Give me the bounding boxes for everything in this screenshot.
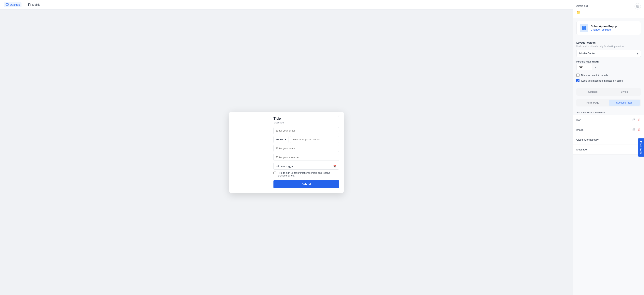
- name-input[interactable]: [274, 145, 339, 152]
- tab-success-page[interactable]: Success Page: [609, 100, 640, 106]
- phone-code-select[interactable]: TR +90 ▾: [274, 136, 288, 143]
- general-section: GENERAL 📁: [573, 0, 644, 18]
- promo-checkbox[interactable]: [274, 172, 276, 174]
- folder-icon: 📁: [576, 10, 641, 14]
- delete-icon-button[interactable]: [637, 118, 641, 122]
- delete-image-button[interactable]: [637, 128, 641, 132]
- chevron-down-icon: ▾: [285, 138, 286, 141]
- content-item-message: Message: [573, 145, 644, 155]
- content-item-image-label: Image: [576, 128, 584, 131]
- phone-row: TR +90 ▾: [274, 136, 339, 143]
- promo-checkbox-row: I like to sign up for promotional emails…: [274, 172, 339, 177]
- keep-inplace-label: Keep this message in place on scroll: [581, 79, 623, 82]
- max-width-input[interactable]: [576, 64, 592, 70]
- email-input[interactable]: [274, 127, 339, 134]
- template-info: Subscription Popup Change Template: [591, 25, 617, 31]
- popup-form: × Title Message TR +90 ▾ dd • mm • yyyy …: [269, 112, 344, 193]
- page-tabs: Form Page Success Page: [576, 99, 641, 106]
- max-width-label: Pop-up Max Width: [576, 60, 641, 63]
- svg-rect-0: [6, 3, 8, 5]
- phone-input[interactable]: [290, 136, 339, 143]
- template-card: Subscription Popup Change Template: [576, 21, 641, 35]
- settings-section: Layout Position Horizontal position is o…: [573, 38, 644, 88]
- trash-icon: [638, 128, 640, 131]
- general-edit-button[interactable]: [634, 3, 641, 9]
- layout-position-label: Layout Position: [576, 41, 641, 44]
- dismiss-checkbox-row: Dismiss on click outside: [576, 73, 641, 77]
- calendar-icon: 📅: [333, 165, 336, 168]
- content-item-icon-actions: [632, 118, 641, 122]
- nav-desktop-label: Desktop: [10, 3, 20, 6]
- surname-input[interactable]: [274, 154, 339, 161]
- template-name: Subscription Popup: [591, 25, 617, 28]
- date-placeholder: dd • mm • yyyy: [276, 165, 293, 168]
- popup-close-button[interactable]: ×: [336, 114, 341, 119]
- content-item-close-auto-label: Close automatically: [576, 138, 598, 141]
- successful-content-label: SUCCESSFUL CONTENT: [573, 110, 644, 115]
- trash-icon: [638, 118, 640, 121]
- nav-mobile[interactable]: Mobile: [26, 2, 42, 7]
- content-item-icon-label: Icon: [576, 118, 581, 121]
- top-nav: Desktop Mobile: [0, 0, 573, 9]
- content-item-icon: Icon: [573, 115, 644, 125]
- popup-message: Message: [274, 121, 339, 124]
- mobile-icon: [28, 3, 31, 6]
- nav-desktop[interactable]: Desktop: [4, 2, 22, 7]
- tab-styles[interactable]: Styles: [609, 89, 640, 95]
- edit-image-button[interactable]: [632, 128, 636, 132]
- layout-position-sublabel: Horizontal position is only for desktop …: [576, 45, 641, 48]
- popup-title: Title: [274, 117, 339, 121]
- tab-settings[interactable]: Settings: [577, 89, 609, 95]
- desktop-icon: [6, 3, 9, 6]
- right-panel: GENERAL 📁 Subscription Popup Change Temp…: [573, 0, 644, 295]
- pencil-icon: [636, 5, 639, 8]
- max-width-row: px: [576, 64, 641, 70]
- general-label: GENERAL: [576, 5, 589, 8]
- canvas-area: × Title Message TR +90 ▾ dd • mm • yyyy …: [0, 9, 573, 295]
- change-template-link[interactable]: Change Template: [591, 28, 611, 31]
- layout-position-select[interactable]: Middle Center Top Left Top Right Bottom …: [576, 50, 641, 57]
- template-doc-icon: [582, 26, 586, 30]
- keep-inplace-checkbox-row: Keep this message in place on scroll: [576, 79, 641, 82]
- content-item-message-label: Message: [576, 148, 587, 151]
- content-item-image-actions: [632, 128, 641, 132]
- keep-inplace-checkbox[interactable]: [576, 79, 580, 82]
- phone-code-label: TR +90: [276, 138, 284, 141]
- content-item-close-auto: Close automatically: [573, 135, 644, 145]
- dismiss-checkbox[interactable]: [576, 73, 580, 77]
- settings-styles-tabs: Settings Styles: [576, 88, 641, 96]
- svg-rect-1: [28, 3, 30, 6]
- general-header: GENERAL: [576, 3, 641, 9]
- edit-icon-button[interactable]: [632, 118, 636, 122]
- pencil-icon: [632, 128, 635, 131]
- feedback-tab[interactable]: Feedback: [638, 138, 644, 157]
- date-input[interactable]: dd • mm • yyyy 📅: [274, 163, 339, 170]
- svg-rect-3: [582, 26, 586, 30]
- popup-modal: × Title Message TR +90 ▾ dd • mm • yyyy …: [229, 112, 344, 193]
- pencil-icon: [632, 118, 635, 121]
- promo-label: I like to sign up for promotional emails…: [278, 172, 339, 177]
- template-icon: [580, 24, 588, 32]
- px-label: px: [594, 66, 596, 69]
- dismiss-label: Dismiss on click outside: [581, 74, 608, 77]
- tab-form-page[interactable]: Form Page: [577, 100, 609, 106]
- nav-mobile-label: Mobile: [32, 3, 40, 6]
- layout-position-dropdown-wrapper: Middle Center Top Left Top Right Bottom …: [576, 50, 641, 57]
- content-item-image: Image: [573, 125, 644, 135]
- submit-button[interactable]: Submit: [274, 180, 339, 188]
